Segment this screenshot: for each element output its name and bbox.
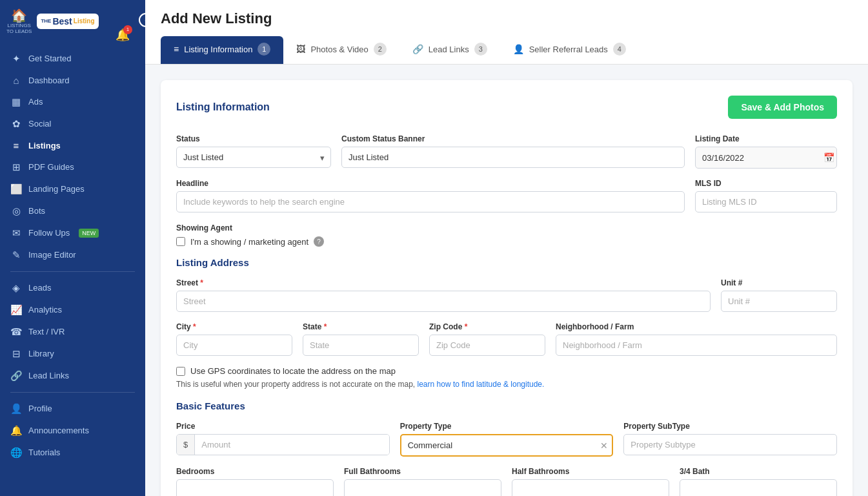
listing-info-tab-icon: ≡ xyxy=(174,44,179,54)
half-bathrooms-input[interactable] xyxy=(512,479,669,496)
status-group: Status Just Listed Coming Soon Active Pe… xyxy=(176,134,331,169)
sidebar-item-analytics[interactable]: 📈 Analytics xyxy=(0,299,145,321)
listing-date-label: Listing Date xyxy=(695,134,837,143)
sidebar-item-landing-pages[interactable]: ⬜ Landing Pages xyxy=(0,178,145,200)
sidebar: 🏠 LISTINGS TO LEADS THE Best Listing 🔔 1… xyxy=(0,0,145,496)
state-input[interactable] xyxy=(303,335,419,356)
text-ivr-icon: ☎ xyxy=(10,326,22,338)
status-select-wrapper: Just Listed Coming Soon Active Pending S… xyxy=(176,147,331,168)
form-card-header: Listing Information Save & Add Photos xyxy=(176,96,837,119)
gps-section: Use GPS coordinates to locate the addres… xyxy=(176,366,837,390)
mls-id-label: MLS ID xyxy=(695,179,837,188)
sidebar-item-library[interactable]: ⊟ Library xyxy=(0,343,145,365)
custom-status-input[interactable] xyxy=(341,147,685,168)
sidebar-item-label: Ads xyxy=(28,97,43,107)
calendar-icon[interactable]: 📅 xyxy=(817,147,837,168)
sidebar-item-leads[interactable]: ◈ Leads xyxy=(0,277,145,299)
tab-listing-information[interactable]: ≡ Listing Information 1 xyxy=(161,36,283,64)
sidebar-item-dashboard[interactable]: ⌂ Dashboard xyxy=(0,70,145,91)
unit-group: Unit # xyxy=(721,278,837,312)
sidebar-item-pdf-guides[interactable]: ⊞ PDF Guides xyxy=(0,156,145,178)
custom-status-label: Custom Status Banner xyxy=(341,134,685,143)
sidebar-item-ads[interactable]: ▦ Ads xyxy=(0,91,145,113)
sidebar-item-social[interactable]: ✿ Social xyxy=(0,113,145,135)
gps-learn-link[interactable]: learn how to find latitude & longitude. xyxy=(418,380,545,389)
property-type-input[interactable] xyxy=(400,434,614,457)
tab-badge-4: 4 xyxy=(613,43,626,56)
gps-note: This is useful when your property addres… xyxy=(176,378,837,390)
unit-input[interactable] xyxy=(721,291,837,312)
price-input[interactable] xyxy=(195,435,389,455)
sidebar-item-label: Announcements xyxy=(28,426,89,435)
listing-address-title: Listing Address xyxy=(176,257,837,268)
tab-seller-referral[interactable]: 👤 Seller Referral Leads 4 xyxy=(500,36,639,64)
sidebar-item-label: Social xyxy=(28,119,51,129)
tab-lead-links[interactable]: 🔗 Lead Links 3 xyxy=(399,36,500,64)
main-content: Add New Listing ≡ Listing Information 1 … xyxy=(145,0,868,496)
save-add-photos-button[interactable]: Save & Add Photos xyxy=(728,96,837,119)
lead-links-tab-icon: 🔗 xyxy=(412,44,423,54)
seller-referral-tab-icon: 👤 xyxy=(513,44,524,54)
zip-input[interactable] xyxy=(429,335,545,356)
sidebar-item-profile[interactable]: 👤 Profile xyxy=(0,398,145,420)
sidebar-item-label: Dashboard xyxy=(28,76,70,85)
form-row-street: Street * Unit # xyxy=(176,278,837,312)
sidebar-item-label: Library xyxy=(28,349,54,358)
sidebar-item-listings[interactable]: ≡ Listings xyxy=(0,135,145,156)
price-input-wrapper: $ xyxy=(176,434,390,455)
tab-badge-2: 2 xyxy=(374,43,387,56)
full-bathrooms-input[interactable] xyxy=(344,479,501,496)
bots-icon: ◎ xyxy=(10,205,22,217)
sidebar-item-get-started[interactable]: ✦ Get Started xyxy=(0,48,145,70)
property-type-clear-button[interactable]: ✕ xyxy=(600,440,608,451)
form-card: Listing Information Save & Add Photos St… xyxy=(161,80,853,496)
social-icon: ✿ xyxy=(10,118,22,130)
city-group: City * xyxy=(176,322,292,356)
gps-checkbox[interactable] xyxy=(176,367,185,376)
sidebar-item-lead-links[interactable]: 🔗 Lead Links xyxy=(0,365,145,387)
city-input[interactable] xyxy=(176,335,292,356)
brand-listing: Listing xyxy=(74,17,95,25)
status-select[interactable]: Just Listed Coming Soon Active Pending S… xyxy=(176,147,331,168)
headline-input[interactable] xyxy=(176,191,685,212)
form-row-bedrooms: Bedrooms Full Bathrooms Half Bathrooms 3… xyxy=(176,467,837,496)
street-input[interactable] xyxy=(176,291,711,312)
sidebar-item-label: Get Started xyxy=(28,54,71,63)
sidebar-item-image-editor[interactable]: ✎ Image Editor xyxy=(0,244,145,266)
bath-34-input[interactable] xyxy=(680,479,837,496)
tab-label: Listing Information xyxy=(184,45,252,54)
sidebar-item-text-ivr[interactable]: ☎ Text / IVR xyxy=(0,321,145,343)
sidebar-item-follow-ups[interactable]: ✉ Follow Ups NEW xyxy=(0,222,145,244)
announcements-icon: 🔔 xyxy=(10,425,22,437)
lead-links-icon: 🔗 xyxy=(10,370,22,382)
form-row-city: City * State * Zip Code * xyxy=(176,322,837,356)
showing-agent-section: Showing Agent I'm a showing / marketing … xyxy=(176,223,837,247)
sidebar-item-label: Leads xyxy=(28,283,51,293)
form-row-headline: Headline MLS ID xyxy=(176,179,837,212)
neighborhood-input[interactable] xyxy=(556,335,837,356)
bedrooms-input[interactable] xyxy=(176,479,334,496)
bath-34-label: 3/4 Bath xyxy=(680,467,837,476)
property-subtype-input[interactable] xyxy=(623,434,837,455)
street-required: * xyxy=(200,278,203,287)
sidebar-header: 🏠 LISTINGS TO LEADS THE Best Listing 🔔 1 xyxy=(0,0,145,43)
custom-status-group: Custom Status Banner xyxy=(341,134,685,169)
half-bathrooms-label: Half Bathrooms xyxy=(512,467,669,476)
listing-date-input[interactable] xyxy=(696,148,817,168)
showing-agent-checkbox[interactable] xyxy=(176,237,185,246)
showing-agent-checkbox-label[interactable]: I'm a showing / marketing agent ? xyxy=(176,236,837,247)
sidebar-logo-text: LISTINGS TO LEADS xyxy=(6,23,32,35)
page-title: Add New Listing xyxy=(161,10,853,27)
profile-icon: 👤 xyxy=(10,403,22,415)
sidebar-item-tutorials[interactable]: 🌐 Tutorials xyxy=(0,442,145,464)
showing-agent-info-icon[interactable]: ? xyxy=(314,236,324,247)
sidebar-item-bots[interactable]: ◎ Bots xyxy=(0,200,145,222)
photos-tab-icon: 🖼 xyxy=(296,44,305,54)
sidebar-item-label: Analytics xyxy=(28,305,62,315)
sidebar-item-announcements[interactable]: 🔔 Announcements xyxy=(0,420,145,442)
gps-checkbox-label[interactable]: Use GPS coordinates to locate the addres… xyxy=(176,366,837,376)
property-type-label: Property Type xyxy=(400,422,614,431)
form-row-price: Price $ Property Type ✕ Property SubType xyxy=(176,422,837,457)
tab-photos-video[interactable]: 🖼 Photos & Video 2 xyxy=(283,36,399,64)
mls-id-input[interactable] xyxy=(695,191,837,212)
